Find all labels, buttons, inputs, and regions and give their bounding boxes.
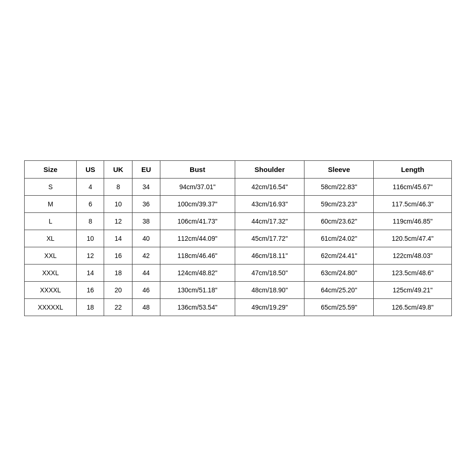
table-row: XXXXXL182248136cm/53.54"49cm/19.29"65cm/…: [25, 298, 452, 316]
cell-4-6: 62cm/24.41": [304, 247, 374, 264]
cell-1-0: M: [25, 195, 77, 212]
cell-3-7: 120.5cm/47.4": [374, 230, 452, 247]
cell-7-6: 65cm/25.59": [304, 298, 374, 316]
cell-4-3: 42: [132, 247, 160, 264]
cell-6-4: 130cm/51.18": [160, 281, 235, 298]
size-chart-container: SizeUSUKEUBustShoulderSleeveLength S4834…: [24, 160, 452, 316]
cell-5-4: 124cm/48.82": [160, 264, 235, 281]
size-chart-table: SizeUSUKEUBustShoulderSleeveLength S4834…: [24, 160, 452, 316]
table-row: M61036100cm/39.37"43cm/16.93"59cm/23.23"…: [25, 195, 452, 212]
cell-5-5: 47cm/18.50": [235, 264, 304, 281]
cell-5-6: 63cm/24.80": [304, 264, 374, 281]
cell-1-4: 100cm/39.37": [160, 195, 235, 212]
header-us: US: [77, 160, 104, 178]
cell-7-5: 49cm/19.29": [235, 298, 304, 316]
cell-5-2: 18: [104, 264, 132, 281]
cell-6-3: 46: [132, 281, 160, 298]
cell-7-3: 48: [132, 298, 160, 316]
cell-2-7: 119cm/46.85": [374, 212, 452, 230]
table-header: SizeUSUKEUBustShoulderSleeveLength: [25, 160, 452, 178]
header-size: Size: [25, 160, 77, 178]
table-row: S483494cm/37.01"42cm/16.54"58cm/22.83"11…: [25, 178, 452, 195]
cell-6-7: 125cm/49.21": [374, 281, 452, 298]
cell-0-7: 116cm/45.67": [374, 178, 452, 195]
table-row: XL101440112cm/44.09"45cm/17.72"61cm/24.0…: [25, 230, 452, 247]
cell-2-5: 44cm/17.32": [235, 212, 304, 230]
header-shoulder: Shoulder: [235, 160, 304, 178]
table-row: XXXXL162046130cm/51.18"48cm/18.90"64cm/2…: [25, 281, 452, 298]
cell-1-2: 10: [104, 195, 132, 212]
cell-4-1: 12: [77, 247, 104, 264]
cell-6-2: 20: [104, 281, 132, 298]
cell-5-3: 44: [132, 264, 160, 281]
cell-6-5: 48cm/18.90": [235, 281, 304, 298]
cell-0-3: 34: [132, 178, 160, 195]
cell-3-4: 112cm/44.09": [160, 230, 235, 247]
cell-4-7: 122cm/48.03": [374, 247, 452, 264]
header-sleeve: Sleeve: [304, 160, 374, 178]
cell-0-0: S: [25, 178, 77, 195]
cell-6-1: 16: [77, 281, 104, 298]
cell-5-0: XXXL: [25, 264, 77, 281]
header-bust: Bust: [160, 160, 235, 178]
cell-3-3: 40: [132, 230, 160, 247]
cell-2-1: 8: [77, 212, 104, 230]
cell-7-0: XXXXXL: [25, 298, 77, 316]
cell-4-0: XXL: [25, 247, 77, 264]
cell-3-6: 61cm/24.02": [304, 230, 374, 247]
cell-0-2: 8: [104, 178, 132, 195]
cell-2-2: 12: [104, 212, 132, 230]
cell-3-1: 10: [77, 230, 104, 247]
cell-7-2: 22: [104, 298, 132, 316]
cell-0-4: 94cm/37.01": [160, 178, 235, 195]
table-row: L81238106cm/41.73"44cm/17.32"60cm/23.62"…: [25, 212, 452, 230]
cell-1-7: 117.5cm/46.3": [374, 195, 452, 212]
cell-7-4: 136cm/53.54": [160, 298, 235, 316]
table-body: S483494cm/37.01"42cm/16.54"58cm/22.83"11…: [25, 178, 452, 316]
cell-5-7: 123.5cm/48.6": [374, 264, 452, 281]
header-row: SizeUSUKEUBustShoulderSleeveLength: [25, 160, 452, 178]
cell-1-3: 36: [132, 195, 160, 212]
cell-6-0: XXXXL: [25, 281, 77, 298]
header-length: Length: [374, 160, 452, 178]
cell-1-6: 59cm/23.23": [304, 195, 374, 212]
cell-0-1: 4: [77, 178, 104, 195]
cell-2-0: L: [25, 212, 77, 230]
cell-0-5: 42cm/16.54": [235, 178, 304, 195]
cell-0-6: 58cm/22.83": [304, 178, 374, 195]
cell-5-1: 14: [77, 264, 104, 281]
cell-7-7: 126.5cm/49.8": [374, 298, 452, 316]
cell-6-6: 64cm/25.20": [304, 281, 374, 298]
header-eu: EU: [132, 160, 160, 178]
cell-1-1: 6: [77, 195, 104, 212]
cell-4-2: 16: [104, 247, 132, 264]
cell-2-3: 38: [132, 212, 160, 230]
cell-1-5: 43cm/16.93": [235, 195, 304, 212]
cell-2-4: 106cm/41.73": [160, 212, 235, 230]
table-row: XXXL141844124cm/48.82"47cm/18.50"63cm/24…: [25, 264, 452, 281]
cell-3-0: XL: [25, 230, 77, 247]
header-uk: UK: [104, 160, 132, 178]
cell-3-5: 45cm/17.72": [235, 230, 304, 247]
cell-4-5: 46cm/18.11": [235, 247, 304, 264]
cell-3-2: 14: [104, 230, 132, 247]
cell-7-1: 18: [77, 298, 104, 316]
cell-4-4: 118cm/46.46": [160, 247, 235, 264]
table-row: XXL121642118cm/46.46"46cm/18.11"62cm/24.…: [25, 247, 452, 264]
cell-2-6: 60cm/23.62": [304, 212, 374, 230]
